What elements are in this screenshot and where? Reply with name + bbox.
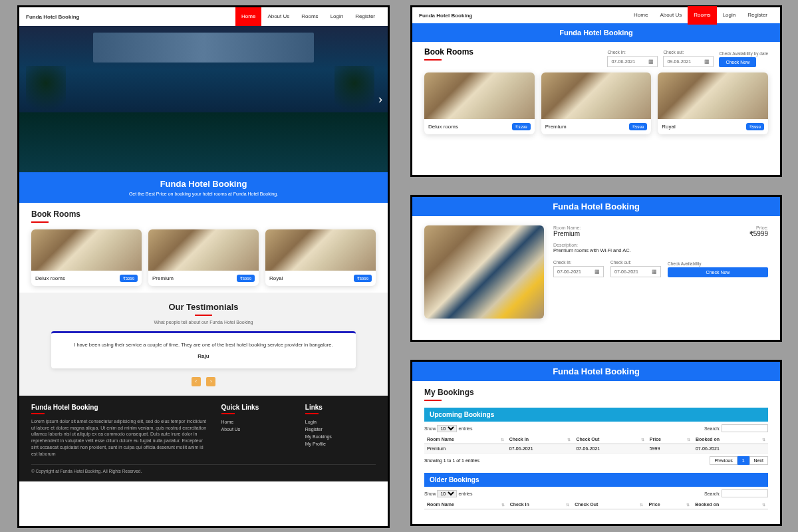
navbar: Funda Hotel Booking Home About Us Rooms … xyxy=(412,7,780,23)
col-booked[interactable]: Booked on⇅ xyxy=(693,435,768,444)
checkin-field: Check In:07-06-2021▦ xyxy=(553,260,604,277)
search-input[interactable] xyxy=(722,424,768,432)
calendar-icon[interactable]: ▦ xyxy=(652,269,657,275)
page-banner: Funda Hotel Booking xyxy=(412,23,780,42)
nav-rooms[interactable]: Rooms xyxy=(688,6,716,25)
cell-room: Premium xyxy=(424,444,507,454)
col-checkout[interactable]: Check Out⇅ xyxy=(572,500,646,509)
footer-link-register[interactable]: Register xyxy=(305,426,376,433)
brand-logo: Funda Hotel Booking xyxy=(26,14,79,20)
banner-title: Funda Hotel Booking xyxy=(19,179,388,189)
testimonial-prev-icon[interactable]: ‹ xyxy=(192,377,201,386)
room-price: ₹5999 xyxy=(749,230,768,237)
pagination: Previous1Next xyxy=(710,456,768,465)
room-name: Delux rooms xyxy=(35,275,65,281)
underline xyxy=(305,413,319,414)
sort-icon[interactable]: ⇅ xyxy=(501,502,505,507)
sort-icon[interactable]: ⇅ xyxy=(501,437,504,442)
checkout-input[interactable]: 09-06-2021▦ xyxy=(663,56,714,67)
room-name: Premium xyxy=(553,230,581,237)
availability-label: Check Availability by date xyxy=(719,51,768,56)
search-label: Search: xyxy=(704,491,720,496)
upcoming-header: Upcoming Bookings xyxy=(424,408,768,422)
checkin-input[interactable]: 07-06-2021▦ xyxy=(553,266,604,277)
room-price: ₹3299 xyxy=(512,123,530,130)
sort-icon[interactable]: ⇅ xyxy=(567,437,571,442)
testimonials-subtitle: What people tell about our Funda Hotel B… xyxy=(31,320,376,325)
nav-register[interactable]: Register xyxy=(741,6,773,25)
col-checkout[interactable]: Check Out⇅ xyxy=(573,435,646,444)
room-card-royal[interactable]: Royal₹5999 xyxy=(265,229,376,286)
checkout-input[interactable]: 07-06-2021▦ xyxy=(610,266,661,277)
footer-link-profile[interactable]: My Profile xyxy=(305,440,376,448)
sort-icon[interactable]: ⇅ xyxy=(762,437,765,442)
sort-icon[interactable]: ⇅ xyxy=(566,502,569,507)
nav-about[interactable]: About Us xyxy=(261,7,295,26)
footer-link-about[interactable]: About Us xyxy=(221,426,292,433)
hero-banner: Funda Hotel Booking Get the Best Price o… xyxy=(19,172,388,203)
price-label: Price: xyxy=(749,225,768,230)
nav-about[interactable]: About Us xyxy=(654,6,688,25)
col-checkin[interactable]: Check In⇅ xyxy=(507,435,574,444)
calendar-icon[interactable]: ▦ xyxy=(648,59,654,65)
room-card-premium[interactable]: Premium₹5999 xyxy=(148,229,259,286)
nav-rooms[interactable]: Rooms xyxy=(295,7,324,26)
check-now-button[interactable]: Check Now xyxy=(719,57,756,67)
room-desc: Premium rooms with Wi-Fi and AC. xyxy=(553,247,768,253)
show-label: Show xyxy=(424,426,436,431)
underline xyxy=(31,413,45,414)
prev-button[interactable]: Previous xyxy=(710,456,737,465)
checkin-field: Check In:07-06-2021▦ xyxy=(607,50,658,67)
sort-icon[interactable]: ⇅ xyxy=(762,502,765,507)
nav-home[interactable]: Home xyxy=(235,7,261,26)
room-card-royal[interactable]: Royal₹5999 xyxy=(658,72,768,134)
search-input[interactable] xyxy=(722,489,768,497)
availability-label: Check Availability xyxy=(668,261,768,266)
next-button[interactable]: Next xyxy=(749,456,768,465)
room-cards: Delux rooms₹3299 Premium₹5999 Royal₹5999 xyxy=(412,72,780,142)
cell-price: 5999 xyxy=(647,444,693,454)
sort-icon[interactable]: ⇅ xyxy=(641,437,644,442)
footer-link-bookings[interactable]: My Bookings xyxy=(305,433,376,440)
room-cards: Delux rooms₹3299 Premium₹5999 Royal₹5999 xyxy=(31,229,376,286)
calendar-icon[interactable]: ▦ xyxy=(704,59,710,65)
room-price: ₹5999 xyxy=(746,123,764,130)
availability-field: Check Availability by dateCheck Now xyxy=(719,51,768,67)
nav-home[interactable]: Home xyxy=(628,6,654,25)
room-card-delux[interactable]: Delux rooms₹3299 xyxy=(31,229,142,286)
footer-link-login[interactable]: Login xyxy=(305,418,376,426)
col-room[interactable]: Room Name⇅ xyxy=(424,435,507,444)
col-price[interactable]: Price⇅ xyxy=(646,500,692,509)
calendar-icon[interactable]: ▦ xyxy=(595,269,600,275)
testimonials-section: Our Testimonials What people tell about … xyxy=(19,293,388,396)
col-price[interactable]: Price⇅ xyxy=(647,435,693,444)
nav-login[interactable]: Login xyxy=(325,7,350,26)
table-row[interactable]: Premium 07-06-2021 07-06-2021 5999 07-06… xyxy=(424,444,768,454)
testimonial-next-icon[interactable]: › xyxy=(206,377,215,386)
entries-select[interactable]: 10 xyxy=(437,490,457,497)
room-price: ₹5999 xyxy=(354,275,372,282)
underline xyxy=(195,315,212,316)
sort-icon[interactable]: ⇅ xyxy=(687,437,690,442)
nav-register[interactable]: Register xyxy=(349,7,381,26)
room-image xyxy=(658,72,768,119)
sort-icon[interactable]: ⇅ xyxy=(686,502,690,507)
footer-link-home[interactable]: Home xyxy=(221,418,292,426)
section-title: Book Rooms xyxy=(31,209,376,219)
cell-checkin: 07-06-2021 xyxy=(507,444,574,454)
booking-bar: Book Rooms Check In:07-06-2021▦ Check ou… xyxy=(412,42,780,72)
col-checkin[interactable]: Check In⇅ xyxy=(507,500,573,509)
checkin-input[interactable]: 07-06-2021▦ xyxy=(607,56,658,67)
room-name: Delux rooms xyxy=(428,124,458,130)
room-info: Room Name:Premium Price:₹5999 Descriptio… xyxy=(553,225,768,319)
carousel-next-icon[interactable]: › xyxy=(378,92,382,106)
sort-icon[interactable]: ⇅ xyxy=(640,502,643,507)
col-room[interactable]: Room Name⇅ xyxy=(424,500,507,509)
entries-select[interactable]: 10 xyxy=(437,425,457,432)
page-1[interactable]: 1 xyxy=(737,456,749,465)
col-booked[interactable]: Booked on⇅ xyxy=(692,500,768,509)
room-card-delux[interactable]: Delux rooms₹3299 xyxy=(424,72,535,134)
nav-login[interactable]: Login xyxy=(717,6,742,25)
room-card-premium[interactable]: Premium₹5999 xyxy=(541,72,652,134)
check-now-button[interactable]: Check Now xyxy=(668,267,768,277)
